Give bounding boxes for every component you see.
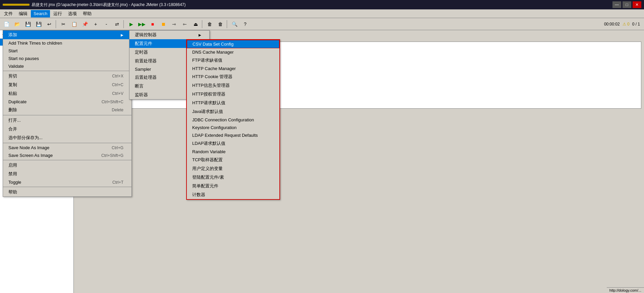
ctx-cut-label: 剪切 — [8, 73, 17, 79]
shutdown-button[interactable]: ⏹ — [158, 19, 168, 29]
title-bar: 易捷支付.jmx (D:\apache-jmeter-3.3\bin\易捷支付.… — [0, 0, 644, 9]
sub3-dns[interactable]: DNS Cache Manager — [187, 48, 279, 56]
sub3-tcp[interactable]: TCP取样器配置 — [187, 156, 279, 164]
ctx-add[interactable]: 添加 ▶ — [3, 31, 131, 39]
expand-button[interactable]: + — [91, 19, 101, 29]
ctx-enable[interactable]: 启用 — [3, 161, 131, 170]
ctx-duplicate[interactable]: Duplicate Ctrl+Shift+C — [3, 98, 131, 106]
ctx-validate[interactable]: Validate — [3, 62, 131, 70]
collapse-button[interactable]: - — [101, 19, 111, 29]
revert-button[interactable]: ↩ — [44, 19, 54, 29]
ctx-cut[interactable]: 剪切 Ctrl+X — [3, 72, 131, 80]
cut-button[interactable]: ✂ — [58, 19, 68, 29]
sub3-httpheader[interactable]: HTTP信息头管理器 — [187, 81, 279, 90]
ctx-open[interactable]: 打开... — [3, 116, 131, 125]
sep-ctx2 — [3, 115, 131, 115]
ctx-disable[interactable]: 禁用 — [3, 170, 131, 178]
menu-file[interactable]: 文件 — [1, 10, 15, 17]
menu-search[interactable]: Search — [31, 10, 50, 17]
ctx-copy[interactable]: 复制 Ctrl+C — [3, 80, 131, 89]
sub3-random[interactable]: Random Variable — [187, 148, 279, 156]
ctx-start[interactable]: Start — [3, 47, 131, 55]
sep-ctx5 — [3, 187, 131, 187]
context-menu-main: 添加 ▶ Add Think Times to children Start S… — [3, 30, 132, 197]
copy-button[interactable]: 📋 — [69, 19, 79, 29]
ctx-paste-label: 粘贴 — [8, 91, 17, 97]
sep2 — [123, 20, 125, 28]
toolbar: 📄 📂 💾 💾 ↩ ✂ 📋 📌 + - ⇄ ▶ ▶▶ ■ ⏹ ⇾ ⇽ ⏏ 🗑 🗑… — [0, 18, 644, 30]
sub2-listener-label: 监听器 — [135, 92, 148, 98]
save-button[interactable]: 💾 — [23, 19, 33, 29]
sub3-ldapext[interactable]: LDAP Extended Request Defaults — [187, 131, 279, 139]
menu-bar: 文件 编辑 Search 运行 选项 帮助 — [0, 9, 644, 18]
sep1 — [56, 20, 57, 28]
menu-options[interactable]: 选项 — [65, 10, 79, 17]
sub3-simple[interactable]: 简单配置元件 — [187, 182, 279, 190]
remote-start-button[interactable]: ⇾ — [169, 19, 179, 29]
title-indicator — [3, 4, 30, 6]
maximize-button[interactable]: □ — [623, 1, 631, 8]
menu-run[interactable]: 运行 — [51, 10, 65, 17]
paste-button[interactable]: 📌 — [80, 19, 90, 29]
sub3-login[interactable]: 登陆配置元件/素 — [187, 173, 279, 182]
clear-button[interactable]: 🗑 — [205, 19, 215, 29]
saveas-button[interactable]: 💾 — [34, 19, 44, 29]
ctx-startnopause-label: Start no pauses — [8, 56, 39, 61]
sub3-ftp[interactable]: FTP请求缺省值 — [187, 56, 279, 65]
sub3-httpdefault[interactable]: HTTP请求默认值 — [187, 99, 279, 107]
sub2-logic-label: 逻辑控制器 — [135, 32, 157, 38]
sub3-jdbc[interactable]: JDBC Connection Configuration — [187, 116, 279, 124]
ctx-merge[interactable]: 合并 — [3, 125, 131, 133]
ctx-savenodeasimage-label: Save Node As Image — [8, 145, 49, 150]
ctx-disable-label: 禁用 — [8, 171, 17, 177]
sub2-logic[interactable]: 逻辑控制器 ▶ — [129, 31, 209, 39]
ctx-toggle[interactable]: Toggle Ctrl+T — [3, 178, 131, 186]
ctx-open-label: 打开... — [8, 117, 21, 123]
submenu-config: CSV Data Set Config DNS Cache Manager FT… — [186, 39, 280, 200]
menu-help[interactable]: 帮助 — [80, 10, 94, 17]
ctx-startnopause[interactable]: Start no pauses — [3, 55, 131, 62]
minimize-button[interactable]: — — [612, 1, 621, 8]
new-button[interactable]: 📄 — [1, 19, 11, 29]
window-title: 易捷支付.jmx (D:\apache-jmeter-3.3\bin\易捷支付.… — [32, 2, 185, 8]
ctx-savepartial[interactable]: 选中部分保存为... — [3, 133, 131, 142]
sub3-counter[interactable]: 计数器 — [187, 190, 279, 199]
start-button[interactable]: ▶ — [126, 19, 136, 29]
ctx-savepartial-label: 选中部分保存为... — [8, 135, 43, 141]
sub2-logic-arrow: ▶ — [199, 33, 201, 37]
ctx-paste[interactable]: 粘贴 Ctrl+V — [3, 89, 131, 98]
toggle-button[interactable]: ⇄ — [112, 19, 122, 29]
sub3-httpcache[interactable]: HTTP Cache Manager — [187, 65, 279, 72]
sub3-keystore[interactable]: Keystore Configuration — [187, 124, 279, 131]
sub3-uservar[interactable]: 用户定义的变量 — [187, 164, 279, 173]
title-controls: — □ ✕ — [612, 1, 641, 8]
close-button[interactable]: ✕ — [633, 1, 641, 8]
ctx-add-arrow: ▶ — [121, 33, 123, 37]
remote-stop-button[interactable]: ⇽ — [180, 19, 190, 29]
search-toolbar-button[interactable]: 🔍 — [229, 19, 239, 29]
ctx-validate-label: Validate — [8, 64, 24, 69]
stop-button[interactable]: ■ — [148, 19, 158, 29]
ctx-delete[interactable]: 删除 Delete — [3, 106, 131, 114]
help-toolbar-button[interactable]: ? — [240, 19, 250, 29]
remote-exit-button[interactable]: ⏏ — [191, 19, 201, 29]
sub3-httpcookie[interactable]: HTTP Cookie 管理器 — [187, 72, 279, 81]
open-button[interactable]: 📂 — [12, 19, 22, 29]
ctx-savescreenasimage-label: Save Screen As Image — [8, 153, 53, 158]
sub3-httpauth[interactable]: HTTP授权管理器 — [187, 90, 279, 99]
start-nopause-button[interactable]: ▶▶ — [137, 19, 147, 29]
sub2-sampler-label: Sampler — [135, 67, 151, 72]
ctx-duplicate-label: Duplicate — [8, 99, 26, 104]
ctx-thinktimes[interactable]: Add Think Times to children — [3, 39, 131, 47]
status-url: http://dology.com/... — [609, 288, 641, 292]
ctx-copy-label: 复制 — [8, 82, 17, 88]
ctx-thinktimes-label: Add Think Times to children — [8, 41, 62, 46]
ctx-savenodeasimage[interactable]: Save Node As Image Ctrl+G — [3, 144, 131, 152]
sub3-ldapdefault[interactable]: LDAP请求默认值 — [187, 139, 279, 148]
sub3-csv[interactable]: CSV Data Set Config — [187, 40, 279, 48]
menu-edit[interactable]: 编辑 — [16, 10, 30, 17]
ctx-savescreenasimage[interactable]: Save Screen As Image Ctrl+Shift+G — [3, 152, 131, 159]
sub3-javadefault[interactable]: Java请求默认值 — [187, 107, 279, 116]
ctx-help[interactable]: 帮助 — [3, 188, 131, 196]
clearall-button[interactable]: 🗑 — [215, 19, 225, 29]
